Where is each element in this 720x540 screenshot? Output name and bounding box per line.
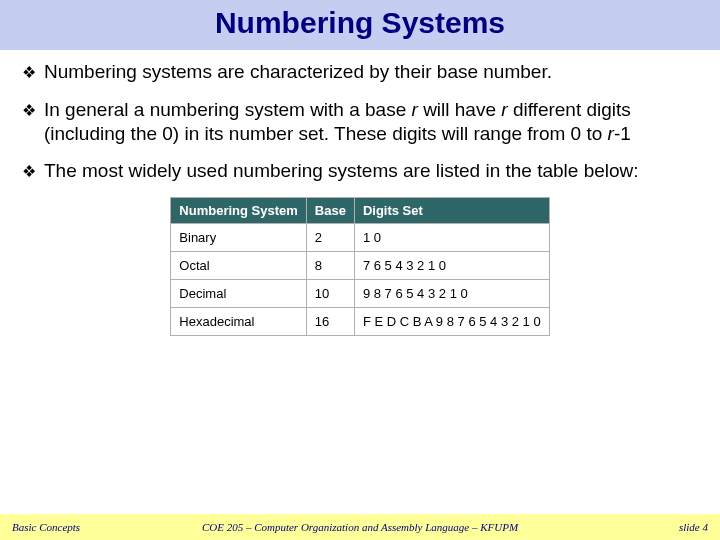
table-row: Hexadecimal 16 F E D C B A 9 8 7 6 5 4 3… (171, 308, 549, 336)
diamond-bullet-icon: ❖ (22, 162, 36, 182)
cell-digits: 1 0 (354, 224, 549, 252)
cell-system: Octal (171, 252, 306, 280)
slide-title: Numbering Systems (0, 6, 720, 40)
diamond-bullet-icon: ❖ (22, 63, 36, 83)
cell-base: 16 (306, 308, 354, 336)
bullet-text: Numbering systems are characterized by t… (44, 60, 698, 84)
bullet-item: ❖ The most widely used numbering systems… (22, 159, 698, 183)
slide-content: ❖ Numbering systems are characterized by… (0, 50, 720, 336)
table-row: Decimal 10 9 8 7 6 5 4 3 2 1 0 (171, 280, 549, 308)
title-bar: Numbering Systems (0, 0, 720, 50)
numbering-systems-table: Numbering System Base Digits Set Binary … (170, 197, 549, 336)
bullet-text: The most widely used numbering systems a… (44, 159, 698, 183)
bullet-text: In general a numbering system with a bas… (44, 98, 698, 146)
table-row: Binary 2 1 0 (171, 224, 549, 252)
cell-digits: 7 6 5 4 3 2 1 0 (354, 252, 549, 280)
cell-system: Decimal (171, 280, 306, 308)
cell-system: Hexadecimal (171, 308, 306, 336)
bullet-item: ❖ In general a numbering system with a b… (22, 98, 698, 146)
footer-bar: Basic Concepts COE 205 – Computer Organi… (0, 514, 720, 540)
col-header-system: Numbering System (171, 198, 306, 224)
col-header-digits: Digits Set (354, 198, 549, 224)
cell-base: 2 (306, 224, 354, 252)
cell-base: 8 (306, 252, 354, 280)
footer-left: Basic Concepts (12, 521, 132, 533)
bullet-item: ❖ Numbering systems are characterized by… (22, 60, 698, 84)
table-container: Numbering System Base Digits Set Binary … (22, 197, 698, 336)
footer-right: slide 4 (588, 521, 708, 533)
cell-system: Binary (171, 224, 306, 252)
diamond-bullet-icon: ❖ (22, 101, 36, 121)
cell-digits: F E D C B A 9 8 7 6 5 4 3 2 1 0 (354, 308, 549, 336)
cell-digits: 9 8 7 6 5 4 3 2 1 0 (354, 280, 549, 308)
cell-base: 10 (306, 280, 354, 308)
col-header-base: Base (306, 198, 354, 224)
table-row: Octal 8 7 6 5 4 3 2 1 0 (171, 252, 549, 280)
footer-center: COE 205 – Computer Organization and Asse… (132, 521, 588, 533)
